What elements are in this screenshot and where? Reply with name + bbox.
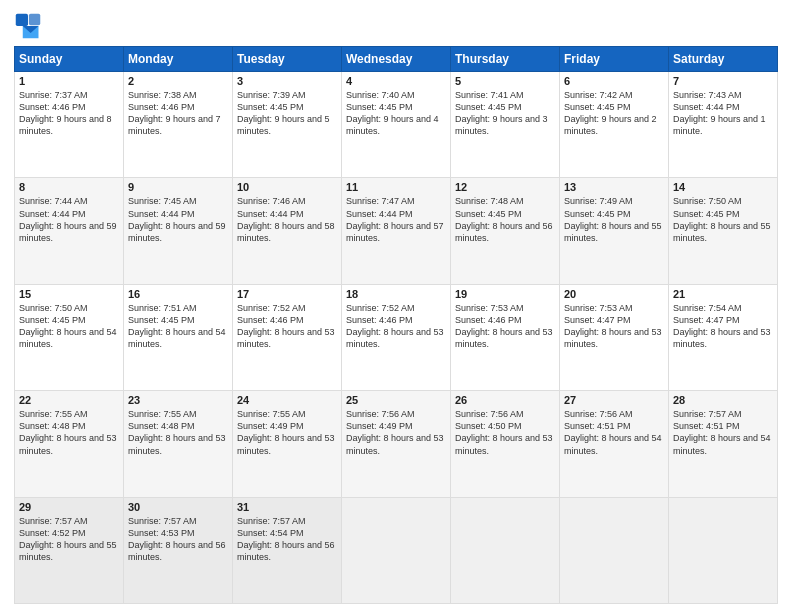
- calendar-cell: 9 Sunrise: 7:45 AMSunset: 4:44 PMDayligh…: [124, 178, 233, 284]
- calendar-cell: 25 Sunrise: 7:56 AMSunset: 4:49 PMDaylig…: [342, 391, 451, 497]
- calendar-cell: 31 Sunrise: 7:57 AMSunset: 4:54 PMDaylig…: [233, 497, 342, 603]
- cell-content: Sunrise: 7:52 AMSunset: 4:46 PMDaylight:…: [237, 302, 337, 351]
- calendar-cell: 28 Sunrise: 7:57 AMSunset: 4:51 PMDaylig…: [669, 391, 778, 497]
- logo-icon: [14, 12, 42, 40]
- calendar-cell: [342, 497, 451, 603]
- day-number: 18: [346, 288, 446, 300]
- cell-content: Sunrise: 7:48 AMSunset: 4:45 PMDaylight:…: [455, 195, 555, 244]
- calendar-cell: 30 Sunrise: 7:57 AMSunset: 4:53 PMDaylig…: [124, 497, 233, 603]
- day-number: 23: [128, 394, 228, 406]
- day-number: 3: [237, 75, 337, 87]
- cell-content: Sunrise: 7:57 AMSunset: 4:52 PMDaylight:…: [19, 515, 119, 564]
- day-number: 25: [346, 394, 446, 406]
- calendar-cell: 10 Sunrise: 7:46 AMSunset: 4:44 PMDaylig…: [233, 178, 342, 284]
- day-number: 13: [564, 181, 664, 193]
- cell-content: Sunrise: 7:56 AMSunset: 4:50 PMDaylight:…: [455, 408, 555, 457]
- day-number: 26: [455, 394, 555, 406]
- day-number: 22: [19, 394, 119, 406]
- weekday-header-row: SundayMondayTuesdayWednesdayThursdayFrid…: [15, 47, 778, 72]
- cell-content: Sunrise: 7:47 AMSunset: 4:44 PMDaylight:…: [346, 195, 446, 244]
- day-number: 15: [19, 288, 119, 300]
- day-number: 2: [128, 75, 228, 87]
- calendar-cell: 17 Sunrise: 7:52 AMSunset: 4:46 PMDaylig…: [233, 284, 342, 390]
- calendar-week-3: 15 Sunrise: 7:50 AMSunset: 4:45 PMDaylig…: [15, 284, 778, 390]
- day-number: 14: [673, 181, 773, 193]
- svg-rect-0: [16, 14, 28, 26]
- calendar-cell: 21 Sunrise: 7:54 AMSunset: 4:47 PMDaylig…: [669, 284, 778, 390]
- calendar-cell: [451, 497, 560, 603]
- weekday-header-thursday: Thursday: [451, 47, 560, 72]
- calendar-cell: 4 Sunrise: 7:40 AMSunset: 4:45 PMDayligh…: [342, 72, 451, 178]
- cell-content: Sunrise: 7:40 AMSunset: 4:45 PMDaylight:…: [346, 89, 446, 138]
- calendar-cell: 16 Sunrise: 7:51 AMSunset: 4:45 PMDaylig…: [124, 284, 233, 390]
- cell-content: Sunrise: 7:50 AMSunset: 4:45 PMDaylight:…: [19, 302, 119, 351]
- day-number: 28: [673, 394, 773, 406]
- weekday-header-friday: Friday: [560, 47, 669, 72]
- calendar-cell: 11 Sunrise: 7:47 AMSunset: 4:44 PMDaylig…: [342, 178, 451, 284]
- cell-content: Sunrise: 7:49 AMSunset: 4:45 PMDaylight:…: [564, 195, 664, 244]
- weekday-header-monday: Monday: [124, 47, 233, 72]
- day-number: 7: [673, 75, 773, 87]
- logo: [14, 12, 46, 40]
- day-number: 20: [564, 288, 664, 300]
- day-number: 8: [19, 181, 119, 193]
- calendar-cell: 27 Sunrise: 7:56 AMSunset: 4:51 PMDaylig…: [560, 391, 669, 497]
- page: SundayMondayTuesdayWednesdayThursdayFrid…: [0, 0, 792, 612]
- calendar-cell: 19 Sunrise: 7:53 AMSunset: 4:46 PMDaylig…: [451, 284, 560, 390]
- svg-rect-1: [29, 14, 40, 25]
- calendar-cell: 5 Sunrise: 7:41 AMSunset: 4:45 PMDayligh…: [451, 72, 560, 178]
- calendar-cell: 23 Sunrise: 7:55 AMSunset: 4:48 PMDaylig…: [124, 391, 233, 497]
- calendar-cell: 24 Sunrise: 7:55 AMSunset: 4:49 PMDaylig…: [233, 391, 342, 497]
- cell-content: Sunrise: 7:44 AMSunset: 4:44 PMDaylight:…: [19, 195, 119, 244]
- calendar-week-4: 22 Sunrise: 7:55 AMSunset: 4:48 PMDaylig…: [15, 391, 778, 497]
- day-number: 11: [346, 181, 446, 193]
- calendar-cell: 7 Sunrise: 7:43 AMSunset: 4:44 PMDayligh…: [669, 72, 778, 178]
- day-number: 17: [237, 288, 337, 300]
- cell-content: Sunrise: 7:54 AMSunset: 4:47 PMDaylight:…: [673, 302, 773, 351]
- day-number: 10: [237, 181, 337, 193]
- cell-content: Sunrise: 7:52 AMSunset: 4:46 PMDaylight:…: [346, 302, 446, 351]
- cell-content: Sunrise: 7:45 AMSunset: 4:44 PMDaylight:…: [128, 195, 228, 244]
- cell-content: Sunrise: 7:42 AMSunset: 4:45 PMDaylight:…: [564, 89, 664, 138]
- cell-content: Sunrise: 7:55 AMSunset: 4:49 PMDaylight:…: [237, 408, 337, 457]
- calendar-cell: 26 Sunrise: 7:56 AMSunset: 4:50 PMDaylig…: [451, 391, 560, 497]
- weekday-header-saturday: Saturday: [669, 47, 778, 72]
- calendar-cell: 14 Sunrise: 7:50 AMSunset: 4:45 PMDaylig…: [669, 178, 778, 284]
- calendar-cell: 15 Sunrise: 7:50 AMSunset: 4:45 PMDaylig…: [15, 284, 124, 390]
- day-number: 29: [19, 501, 119, 513]
- cell-content: Sunrise: 7:51 AMSunset: 4:45 PMDaylight:…: [128, 302, 228, 351]
- cell-content: Sunrise: 7:57 AMSunset: 4:54 PMDaylight:…: [237, 515, 337, 564]
- day-number: 16: [128, 288, 228, 300]
- day-number: 19: [455, 288, 555, 300]
- cell-content: Sunrise: 7:38 AMSunset: 4:46 PMDaylight:…: [128, 89, 228, 138]
- calendar-week-1: 1 Sunrise: 7:37 AMSunset: 4:46 PMDayligh…: [15, 72, 778, 178]
- cell-content: Sunrise: 7:53 AMSunset: 4:47 PMDaylight:…: [564, 302, 664, 351]
- calendar-week-5: 29 Sunrise: 7:57 AMSunset: 4:52 PMDaylig…: [15, 497, 778, 603]
- day-number: 21: [673, 288, 773, 300]
- cell-content: Sunrise: 7:46 AMSunset: 4:44 PMDaylight:…: [237, 195, 337, 244]
- day-number: 24: [237, 394, 337, 406]
- day-number: 31: [237, 501, 337, 513]
- calendar-cell: 3 Sunrise: 7:39 AMSunset: 4:45 PMDayligh…: [233, 72, 342, 178]
- cell-content: Sunrise: 7:37 AMSunset: 4:46 PMDaylight:…: [19, 89, 119, 138]
- calendar-week-2: 8 Sunrise: 7:44 AMSunset: 4:44 PMDayligh…: [15, 178, 778, 284]
- cell-content: Sunrise: 7:56 AMSunset: 4:49 PMDaylight:…: [346, 408, 446, 457]
- day-number: 9: [128, 181, 228, 193]
- cell-content: Sunrise: 7:41 AMSunset: 4:45 PMDaylight:…: [455, 89, 555, 138]
- calendar-cell: 29 Sunrise: 7:57 AMSunset: 4:52 PMDaylig…: [15, 497, 124, 603]
- calendar-cell: 13 Sunrise: 7:49 AMSunset: 4:45 PMDaylig…: [560, 178, 669, 284]
- calendar-cell: 1 Sunrise: 7:37 AMSunset: 4:46 PMDayligh…: [15, 72, 124, 178]
- weekday-header-tuesday: Tuesday: [233, 47, 342, 72]
- calendar-cell: 2 Sunrise: 7:38 AMSunset: 4:46 PMDayligh…: [124, 72, 233, 178]
- cell-content: Sunrise: 7:57 AMSunset: 4:53 PMDaylight:…: [128, 515, 228, 564]
- header: [14, 12, 778, 40]
- calendar-cell: [669, 497, 778, 603]
- day-number: 5: [455, 75, 555, 87]
- calendar-cell: 18 Sunrise: 7:52 AMSunset: 4:46 PMDaylig…: [342, 284, 451, 390]
- day-number: 30: [128, 501, 228, 513]
- cell-content: Sunrise: 7:39 AMSunset: 4:45 PMDaylight:…: [237, 89, 337, 138]
- calendar-cell: 8 Sunrise: 7:44 AMSunset: 4:44 PMDayligh…: [15, 178, 124, 284]
- calendar-cell: 12 Sunrise: 7:48 AMSunset: 4:45 PMDaylig…: [451, 178, 560, 284]
- calendar-cell: 20 Sunrise: 7:53 AMSunset: 4:47 PMDaylig…: [560, 284, 669, 390]
- day-number: 4: [346, 75, 446, 87]
